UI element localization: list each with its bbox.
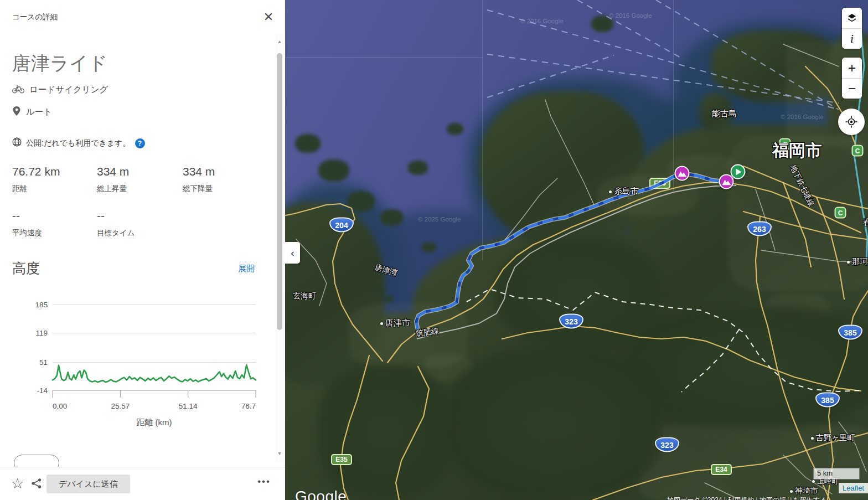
bicycle-icon: [12, 85, 24, 96]
map-label: 吉野ヶ里町: [811, 433, 855, 443]
star-icon[interactable]: ☆: [11, 475, 24, 492]
map-label: 神埼市: [790, 486, 818, 496]
road-shield-E34: E34: [711, 464, 732, 475]
locate-icon[interactable]: [838, 109, 865, 135]
panel-title: コースの詳細: [12, 12, 58, 22]
map-attribution[interactable]: 地図データ ©2024 | 利用規約 | 地図の誤りを報告する: [667, 496, 826, 500]
place-dot: [380, 322, 383, 325]
stat-goal-time: -- 目標タイム: [97, 209, 135, 238]
place-dot: [812, 480, 815, 483]
more-options-button[interactable]: •••: [257, 476, 271, 487]
stat-label: 総下降量: [183, 184, 215, 194]
leaflet-link[interactable]: Leaflet: [843, 484, 864, 492]
map-label: 春: [863, 217, 868, 228]
elevation-heading: 高度: [12, 259, 40, 277]
stat-value: 334 m: [97, 165, 129, 178]
svg-text:0.00: 0.00: [53, 402, 67, 410]
stat-label: 距離: [12, 184, 60, 194]
elevation-chart: 18511951-140.0025.5751.1476.7距離 (km): [12, 295, 265, 434]
stat-distance: 76.72 km 距離: [12, 165, 60, 194]
panel-footer: ☆ デバイスに送信 •••: [0, 467, 285, 500]
collapse-panel-button[interactable]: ‹: [285, 242, 300, 264]
route-start-marker[interactable]: [731, 164, 746, 179]
stat-value: --: [12, 209, 42, 223]
share-icon[interactable]: [31, 478, 42, 491]
zoom-out-button[interactable]: −: [842, 78, 862, 99]
svg-text:119: 119: [35, 329, 48, 337]
partial-button[interactable]: [14, 455, 59, 467]
panel-scrollbar[interactable]: ▲ ▼: [275, 33, 284, 462]
course-title: 唐津ライド: [12, 51, 107, 76]
svg-text:25.57: 25.57: [111, 402, 130, 410]
climb-marker[interactable]: [719, 174, 734, 189]
send-to-device-button[interactable]: デバイスに送信: [46, 475, 130, 493]
stat-label: 目標タイム: [97, 228, 135, 238]
road-shield-C: C: [852, 145, 864, 157]
map-pin-icon: [12, 106, 21, 118]
road-shield-E35: E35: [331, 454, 352, 465]
stat-label: 平均速度: [12, 228, 42, 238]
scroll-down-icon[interactable]: ▼: [275, 450, 284, 457]
place-dot: [811, 437, 814, 440]
stat-avg-speed: -- 平均速度: [12, 209, 42, 238]
map-label: 福岡市: [772, 140, 822, 162]
stat-label: 総上昇量: [97, 184, 129, 194]
map-label: 唐津市: [380, 318, 410, 328]
svg-text:185: 185: [35, 301, 48, 309]
svg-text:51.14: 51.14: [179, 402, 198, 410]
activity-type-label: ロードサイクリング: [29, 84, 108, 96]
svg-text:51: 51: [39, 358, 48, 367]
panel-content: 唐津ライド ロードサイクリング ルート: [0, 27, 275, 467]
close-icon[interactable]: ✕: [259, 8, 278, 27]
place-dot: [847, 261, 850, 264]
map-zoom-controls: + −: [842, 58, 862, 99]
stat-value: --: [97, 209, 135, 223]
privacy-label: 公開:だれでも利用できます。: [26, 138, 131, 148]
map-layer-controls: i: [842, 8, 862, 49]
svg-text:距離 (km): 距離 (km): [136, 417, 172, 427]
route-link[interactable]: ルート: [26, 106, 52, 118]
road-shield-C: C: [835, 207, 846, 219]
app-window: コースの詳細 ✕ 唐津ライド ロードサイクリング ルート: [0, 0, 868, 500]
expand-link[interactable]: 展開: [238, 264, 255, 274]
map-canvas[interactable]: © 2016 Google© 2016 Google© 2025 Google©…: [285, 0, 868, 500]
place-dot: [609, 190, 612, 193]
layers-icon[interactable]: [842, 8, 862, 28]
course-detail-panel: コースの詳細 ✕ 唐津ライド ロードサイクリング ルート: [0, 0, 285, 500]
stat-ascent: 334 m 総上昇量: [97, 165, 129, 194]
leaflet-attribution: Leaflet: [839, 483, 868, 493]
map-label: 能古島: [712, 109, 737, 119]
map-scale-bar: 5 km: [813, 468, 860, 480]
svg-text:76.7: 76.7: [241, 402, 256, 410]
place-dot: [790, 490, 793, 493]
help-icon[interactable]: ?: [135, 138, 145, 148]
svg-text:-14: -14: [37, 386, 48, 395]
map-label: 那珂川: [847, 257, 868, 267]
zoom-in-button[interactable]: +: [842, 58, 862, 78]
stat-value: 334 m: [183, 165, 215, 178]
map-label: 糸島市: [609, 186, 639, 197]
info-icon[interactable]: i: [842, 28, 862, 49]
scrollbar-thumb[interactable]: [277, 53, 282, 330]
activity-type-row: ロードサイクリング: [12, 84, 108, 96]
stat-value: 76.72 km: [12, 165, 60, 178]
climb-marker[interactable]: [675, 166, 690, 181]
google-logo[interactable]: Google: [295, 488, 347, 500]
globe-icon: [12, 137, 22, 149]
route-row: ルート: [12, 106, 52, 118]
stat-descent: 334 m 総下降量: [183, 165, 215, 194]
scroll-up-icon[interactable]: ▲: [275, 38, 284, 45]
map-label: 玄海町: [293, 291, 316, 301]
privacy-row: 公開:だれでも利用できます。 ?: [12, 137, 145, 149]
map-vector-layer: [285, 0, 868, 500]
